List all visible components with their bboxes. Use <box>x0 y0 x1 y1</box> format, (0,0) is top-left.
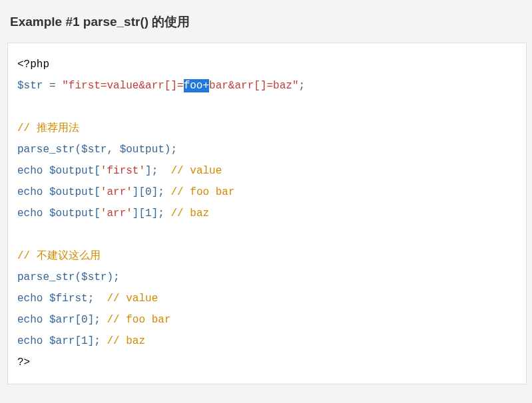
code-comment: // baz <box>164 207 209 219</box>
code-semi: ; <box>94 314 101 326</box>
code-paren: ( <box>75 271 81 283</box>
code-bracket: ] <box>88 314 95 326</box>
code-echo: echo <box>17 165 49 177</box>
code-string: 'first' <box>101 165 145 177</box>
code-num: 0 <box>81 314 88 326</box>
code-string: "first=value&arr[]= <box>62 80 183 92</box>
example-title: Example #1 parse_str() 的使用 <box>0 0 532 43</box>
selected-text[interactable]: foo+ <box>184 79 209 92</box>
code-var: $str <box>17 80 43 92</box>
code-num: 1 <box>81 335 88 347</box>
code-bracket: ] <box>88 335 95 347</box>
code-var: $str <box>81 271 107 283</box>
code-fn: parse_str <box>17 144 75 156</box>
code-comment: // baz <box>101 335 145 347</box>
code-echo: echo <box>17 314 49 326</box>
code-comment: // value <box>94 293 158 305</box>
code-semi: ; <box>94 335 101 347</box>
code-semi: ; <box>158 207 164 219</box>
code-comment: // 推荐用法 <box>17 122 79 134</box>
code-semi: ; <box>298 80 305 92</box>
code-num: 0 <box>145 186 152 198</box>
code-var: $output <box>49 186 94 198</box>
code-bracket: [ <box>94 186 101 198</box>
code-semi: ; <box>170 144 177 156</box>
code-semi: ; <box>158 186 164 198</box>
code-num: 1 <box>145 207 152 219</box>
code-paren: ( <box>75 144 81 156</box>
code-var: $arr <box>49 314 75 326</box>
code-block[interactable]: <?php $str = "first=value&arr[]=foo+bar&… <box>7 43 527 384</box>
code-echo: echo <box>17 207 49 219</box>
code-var: $arr <box>49 335 75 347</box>
php-close-tag: ?> <box>17 356 30 368</box>
code-string: 'arr' <box>101 207 133 219</box>
php-open-tag: <?php <box>17 59 49 70</box>
code-echo: echo <box>17 335 49 347</box>
code-bracket: [ <box>75 314 81 326</box>
code-fn: parse_str <box>17 271 75 283</box>
code-comment: // 不建议这么用 <box>17 250 101 262</box>
code-bracket: ] <box>152 207 158 219</box>
code-comment: // foo bar <box>164 186 235 198</box>
code-var: $output <box>49 207 94 219</box>
code-bracket: ][ <box>133 186 145 198</box>
code-op: = <box>43 80 62 92</box>
code-semi: ; <box>152 165 158 177</box>
code-echo: echo <box>17 186 49 198</box>
code-echo: echo <box>17 293 49 305</box>
code-paren: ) <box>107 271 113 283</box>
code-semi: ; <box>88 293 95 305</box>
code-comment: // value <box>158 165 222 177</box>
code-string: 'arr' <box>101 186 133 198</box>
code-bracket: [ <box>94 207 101 219</box>
code-comma: , <box>107 144 119 156</box>
code-bracket: [ <box>75 335 81 347</box>
code-bracket: ][ <box>133 207 145 219</box>
code-var: $first <box>49 293 88 305</box>
code-bracket: ] <box>145 165 152 177</box>
code-bracket: ] <box>152 186 158 198</box>
code-var: $str <box>81 144 107 156</box>
code-var: $output <box>49 165 94 177</box>
code-content[interactable]: <?php $str = "first=value&arr[]=foo+bar&… <box>17 54 517 373</box>
code-var: $output <box>120 144 164 156</box>
code-string: bar&arr[]=baz" <box>209 80 298 92</box>
code-bracket: [ <box>94 165 101 177</box>
code-semi: ; <box>113 271 120 283</box>
code-comment: // foo bar <box>101 314 171 326</box>
